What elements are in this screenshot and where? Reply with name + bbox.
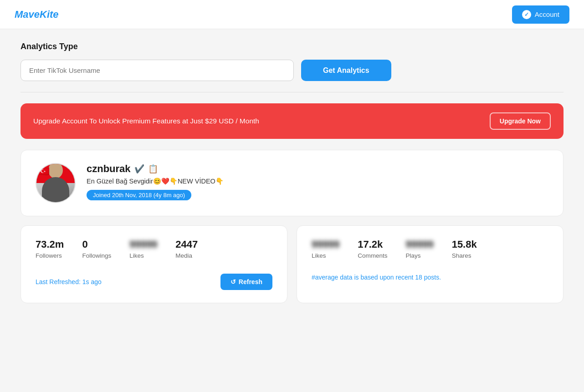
stat-comments-label: Comments — [358, 252, 387, 259]
check-icon — [522, 10, 531, 19]
header: MaveKite Account — [0, 0, 584, 29]
account-label: Account — [535, 10, 559, 18]
stat-media-label: Media — [175, 252, 198, 259]
copy-icon[interactable]: 📋 — [148, 164, 158, 174]
tiktok-username-input[interactable] — [20, 60, 294, 81]
stat-media: 2447 Media — [175, 239, 198, 259]
avatar-head — [48, 164, 63, 178]
logo: MaveKite — [15, 9, 59, 20]
stat-shares: 15.8k Shares — [452, 239, 477, 259]
avatar-image — [36, 164, 75, 202]
stat-media-value: 2447 — [175, 239, 198, 250]
stat-followings: 0 Followings — [82, 239, 111, 259]
stat-followings-label: Followings — [82, 252, 111, 259]
stats-footer: Last Refreshed: 1s ago ↺ Refresh — [36, 274, 272, 290]
joined-badge: Joined 20th Nov, 2018 (4y 8m ago) — [87, 190, 191, 200]
stat-likes: 99999 Likes — [129, 239, 157, 259]
stats-grid-right: 99999 Likes 17.2k Comments 99999 Plays 1… — [312, 239, 548, 259]
stat-plays-value: 99999 — [405, 239, 433, 250]
stat-avg-likes: 99999 Likes — [312, 239, 339, 259]
stat-comments: 17.2k Comments — [358, 239, 387, 259]
refresh-icon: ↺ — [231, 278, 236, 285]
stat-likes-label: Likes — [129, 252, 157, 259]
profile-bio: En Güzel Bağ Sevgidir😊❤️👇NEW VİDEO👇 — [87, 178, 548, 185]
stat-followers: 73.2m Followers — [36, 239, 64, 259]
stat-likes-value: 99999 — [129, 239, 157, 250]
avatar-body — [42, 177, 69, 202]
last-refreshed-text: Last Refreshed: 1s ago — [36, 278, 102, 285]
stats-row: 73.2m Followers 0 Followings 99999 Likes… — [20, 225, 564, 303]
stat-avg-likes-label: Likes — [312, 252, 339, 259]
stat-followers-value: 73.2m — [36, 239, 64, 250]
analytics-title: Analytics Type — [20, 42, 564, 51]
profile-name-row: cznburak ✔️ 📋 — [87, 163, 548, 175]
avatar — [36, 163, 76, 203]
profile-card: cznburak ✔️ 📋 En Güzel Bağ Sevgidir😊❤️👇N… — [20, 150, 564, 216]
upgrade-text: Upgrade Account To Unlock Premium Featur… — [33, 117, 259, 125]
stat-comments-value: 17.2k — [358, 239, 387, 250]
stat-followers-label: Followers — [36, 252, 64, 259]
get-analytics-button[interactable]: Get Analytics — [301, 60, 391, 81]
stat-plays-label: Plays — [405, 252, 433, 259]
refresh-button[interactable]: ↺ Refresh — [220, 274, 272, 290]
verified-icon: ✔️ — [134, 164, 144, 174]
stat-plays: 99999 Plays — [405, 239, 433, 259]
section-divider — [20, 92, 564, 92]
refresh-label: Refresh — [239, 278, 262, 285]
stats-card-right: 99999 Likes 17.2k Comments 99999 Plays 1… — [297, 225, 564, 303]
stats-grid-left: 73.2m Followers 0 Followings 99999 Likes… — [36, 239, 272, 259]
profile-info: cznburak ✔️ 📋 En Güzel Bağ Sevgidir😊❤️👇N… — [87, 163, 548, 200]
profile-username: cznburak — [87, 163, 131, 175]
main-content: Analytics Type Get Analytics Upgrade Acc… — [10, 29, 574, 325]
stat-shares-label: Shares — [452, 252, 477, 259]
stat-followings-value: 0 — [82, 239, 111, 250]
analytics-section: Analytics Type Get Analytics — [20, 42, 564, 81]
stat-avg-likes-value: 99999 — [312, 239, 339, 250]
upgrade-banner: Upgrade Account To Unlock Premium Featur… — [20, 103, 564, 139]
stats-card-left: 73.2m Followers 0 Followings 99999 Likes… — [20, 225, 287, 303]
account-button[interactable]: Account — [512, 5, 569, 24]
avg-note: #average data is based upon recent 18 po… — [312, 274, 548, 281]
upgrade-now-button[interactable]: Upgrade Now — [490, 112, 551, 130]
search-row: Get Analytics — [20, 60, 564, 81]
stat-shares-value: 15.8k — [452, 239, 477, 250]
